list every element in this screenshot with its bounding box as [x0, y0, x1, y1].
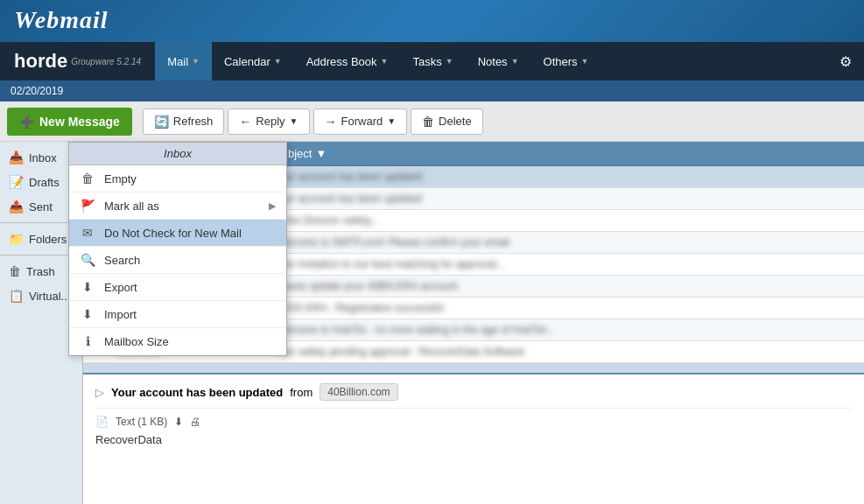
- nav-others[interactable]: Others ▼: [531, 42, 601, 80]
- export-label: Export: [104, 281, 137, 294]
- dropdown-search[interactable]: 🔍 Search: [69, 247, 286, 274]
- tasks-chevron: ▼: [446, 57, 453, 66]
- calendar-chevron: ▼: [274, 57, 282, 66]
- info-icon: ℹ: [80, 334, 95, 348]
- refresh-icon: 🔄: [154, 115, 169, 129]
- toolbar: ➕ New Message 🔄 Refresh ← Reply ▼ → Forw…: [0, 102, 864, 142]
- date-bar: 02/20/2019: [0, 80, 864, 102]
- import-icon: ⬇: [80, 307, 95, 321]
- trash-icon: 🗑: [9, 264, 21, 278]
- preview-arrow-icon: ▷: [95, 386, 104, 399]
- dropdown-do-not-check[interactable]: ✉ Do Not Check for New Mail: [69, 220, 286, 247]
- preview-from-tag: 40Billion.com: [320, 383, 397, 401]
- delete-icon: 🗑: [422, 115, 434, 129]
- nav-calendar[interactable]: Calendar ▼: [212, 42, 294, 80]
- search-label: Search: [104, 254, 140, 267]
- mark-all-arrow: ▶: [269, 200, 276, 212]
- refresh-button[interactable]: 🔄 Refresh: [143, 108, 225, 135]
- mail-chevron: ▼: [192, 57, 200, 66]
- mark-all-label: Mark all as: [104, 200, 159, 213]
- reply-button[interactable]: ← Reply ▼: [228, 108, 309, 135]
- current-date: 02/20/2019: [11, 85, 63, 97]
- dropdown-export[interactable]: ⬇ Export: [69, 274, 286, 301]
- others-chevron: ▼: [581, 57, 589, 66]
- horde-brand: horde Groupware 5.2.14: [0, 42, 155, 80]
- forward-button[interactable]: → Forward ▼: [313, 108, 408, 135]
- dropdown-header: Inbox: [69, 143, 286, 165]
- settings-button[interactable]: ⚙: [827, 42, 864, 80]
- inbox-icon: 📥: [9, 150, 24, 164]
- recover-data: RecoverData: [95, 433, 852, 446]
- reply-icon: ←: [239, 115, 251, 129]
- sent-icon: 📤: [9, 200, 24, 214]
- nav-notes[interactable]: Notes ▼: [466, 42, 531, 80]
- search-icon: 🔍: [80, 253, 95, 267]
- drafts-icon: 📝: [9, 175, 24, 189]
- preview-subject-line: ▷ Your account has been updated from 40B…: [95, 383, 852, 401]
- preview-attachments: 📄 Text (1 KB) ⬇ 🖨: [95, 408, 852, 428]
- nav-mail[interactable]: Mail ▼: [155, 42, 212, 80]
- mailbox-size-label: Mailbox Size: [104, 335, 169, 348]
- horde-version: Groupware 5.2.14: [71, 57, 141, 66]
- mail-icon: ✉: [80, 226, 95, 240]
- sort-icon: ▼: [315, 147, 327, 160]
- notes-chevron: ▼: [511, 57, 519, 66]
- reply-chevron: ▼: [290, 116, 299, 126]
- preview-subject: Your account has been updated: [111, 386, 283, 399]
- preview-from-label: from: [290, 386, 313, 399]
- print-icon[interactable]: 🖨: [190, 416, 200, 428]
- webmail-logo: Webmail: [14, 6, 109, 34]
- empty-label: Empty: [104, 172, 137, 186]
- export-icon: ⬇: [80, 280, 95, 294]
- horde-name: horde: [14, 50, 67, 73]
- inbox-dropdown: Inbox 🗑 Empty 🚩 Mark all as ▶ ✉ Do Not C…: [68, 142, 287, 356]
- dropdown-empty[interactable]: 🗑 Empty: [69, 165, 286, 192]
- dropdown-mark-all-as[interactable]: 🚩 Mark all as ▶: [69, 192, 286, 220]
- folders-icon: 📁: [9, 232, 24, 246]
- virtual-icon: 📋: [9, 289, 24, 303]
- nav-addressbook[interactable]: Address Book ▼: [294, 42, 401, 80]
- top-banner: Webmail: [0, 0, 864, 42]
- plus-icon: ➕: [19, 115, 34, 129]
- download-icon[interactable]: ⬇: [174, 416, 183, 428]
- dropdown-import[interactable]: ⬇ Import: [69, 301, 286, 328]
- nav-tasks[interactable]: Tasks ▼: [401, 42, 466, 80]
- flag-icon: 🚩: [80, 199, 95, 213]
- navbar: horde Groupware 5.2.14 Mail ▼ Calendar ▼…: [0, 42, 864, 80]
- delete-button[interactable]: 🗑 Delete: [411, 108, 483, 135]
- do-not-check-label: Do Not Check for New Mail: [104, 227, 242, 240]
- addressbook-chevron: ▼: [381, 57, 389, 66]
- import-label: Import: [104, 308, 137, 321]
- forward-chevron: ▼: [387, 116, 396, 126]
- empty-icon: 🗑: [80, 172, 95, 186]
- new-message-button[interactable]: ➕ New Message: [7, 108, 132, 136]
- col-subject-header[interactable]: Subject ▼: [267, 142, 864, 165]
- forward-icon: →: [325, 115, 337, 129]
- attachment-doc-icon: 📄: [95, 416, 109, 428]
- preview-pane: ▷ Your account has been updated from 40B…: [83, 373, 864, 504]
- dropdown-mailbox-size[interactable]: ℹ Mailbox Size: [69, 328, 286, 355]
- attachment-label: Text (1 KB): [116, 416, 167, 428]
